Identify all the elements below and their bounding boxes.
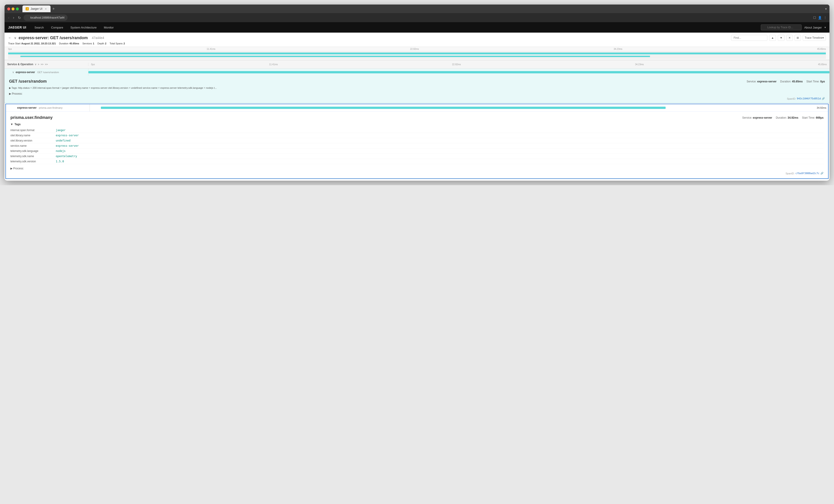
tab-bar: J Jaeger UI ✕ + [22,5,824,12]
minimize-button[interactable] [12,7,15,10]
span-1-service-name: express-server [16,71,35,74]
tag-row-4: telemetry.sdk.language nodejs [10,148,824,154]
menu-icon[interactable]: ⋮ [824,16,827,20]
span-2-detail-title: prisma.user.findmany [10,115,52,120]
collapse-icon[interactable]: ∨ [14,36,16,40]
span-1-start-meta: Start Time: 0μs [806,80,825,83]
span-1-detail-header: GET /users/random Service: express-serve… [9,79,825,84]
tab-close-button[interactable]: ✕ [44,7,47,10]
sort-asc-icon[interactable]: ∨ [35,63,37,66]
profile-icon[interactable]: 👤 [818,16,822,20]
tag-value-1: express-server [56,134,79,137]
span-1-link-icon[interactable]: 🔗 [822,97,825,100]
window-controls: ▾ [825,7,827,10]
tag-key-1: otel.library.name [10,134,56,137]
span-2-service-meta: Service: express-server [742,116,772,119]
back-button[interactable]: ← [8,36,12,40]
span-2-start-val: 669μs [816,116,824,119]
next-find-button[interactable]: ▼ [778,35,785,41]
reload-button[interactable]: ↻ [17,15,22,20]
timeline-mark-2: 22.82ms [452,63,461,66]
sort-desc-icon[interactable]: > [38,63,39,66]
lookup-input[interactable] [761,24,802,30]
nav-system-architecture[interactable]: System Architecture [67,22,101,32]
tag-row-0: internal.span.format jaeger [10,128,824,133]
service-col-label: Service & Operation [7,63,33,66]
span-1-detail-title: GET /users/random [9,79,47,84]
timeline-bar-container [8,51,826,59]
collapse-all-icon[interactable]: >> [45,63,48,66]
clear-find-button[interactable]: ✕ [786,35,793,41]
timeline-main-bar [8,52,826,54]
expand-all-icon[interactable]: >> [41,63,44,66]
tag-key-2: otel.library.version [10,139,56,142]
span-2-start-meta: Start Time: 669μs [802,116,824,119]
span-1-timeline-cell [88,69,830,76]
tag-value-4: nodejs [56,150,66,153]
traffic-lights [7,7,19,10]
grid-button[interactable]: ⊞ [794,35,801,41]
maximize-button[interactable] [16,7,19,10]
trace-timeline-button[interactable]: Trace Timeline ▾ [803,35,826,41]
about-jaeger-link[interactable]: About Jaeger [804,26,822,29]
tag-value-5: opentelemetry [56,155,77,158]
address-input[interactable] [24,15,68,21]
tag-value-3: express-server [56,144,79,147]
span-1-service-val: express-server [757,80,776,83]
back-nav-button[interactable]: ‹ [7,15,10,20]
timeline-col-header: 0μs 11.41ms 22.82ms 34.23ms 45.65ms [88,63,830,66]
tags-collapse-icon: ▼ [10,123,13,126]
span-2-timeline-cell: 34.92ms [90,104,828,111]
ruler-mark-0: 0μs [8,48,12,50]
trace-header-right: ▲ ▼ ✕ ⊞ Trace Timeline ▾ [731,35,826,41]
ruler-mark-2: 22.82ms [410,48,419,50]
span-1-duration-val: 45.65ms [792,80,803,83]
trace-services-value: 1 [93,42,94,45]
timeline-mark-1: 11.41ms [269,63,278,66]
nav-search[interactable]: Search [31,22,47,32]
span-2-service-cell: express-server prisma.user.findmany [6,104,90,111]
prev-find-button[interactable]: ▲ [769,35,776,41]
span-1-id-value: 943c1046f75d951d [797,97,821,100]
bookmark-icon[interactable]: ☐ [813,16,816,20]
nav-compare[interactable]: Compare [47,22,67,32]
tag-row-5: telemetry.sdk.name opentelemetry [10,154,824,159]
span-2-id-label: SpanID: [786,172,794,175]
nav-right: 🔍 About Jaeger ▾ [761,24,826,30]
span-2-service-name: express-server [17,106,37,109]
span-row-2-header[interactable]: express-server prisma.user.findmany 34.9… [6,104,828,111]
spans-header: Service & Operation ∨ > >> >> 0μs 11.41m… [4,60,830,69]
span-2-process[interactable]: ▶ Process: [10,167,824,170]
span-2-id-row: SpanID: cfba9f3088ad2c7c 🔗 [10,172,824,175]
tag-row-1: otel.library.name express-server [10,133,824,138]
tag-key-6: telemetry.sdk.version [10,160,56,163]
forward-nav-button[interactable]: › [12,15,15,20]
span-row-1-header[interactable]: ∨ express-server GET /users/random [4,69,830,76]
span-1-start-val: 0μs [820,80,825,83]
span-1-id-label: SpanID: [787,97,796,100]
close-button[interactable] [7,7,10,10]
span-1-process[interactable]: ▶ Process: [9,92,825,95]
find-input[interactable] [731,35,767,41]
trace-timeline-chevron-icon: ▾ [822,36,824,39]
ruler-mark-3: 34.23ms [614,48,622,50]
span-1-id-row: SpanID: 943c1046f75d951d 🔗 [9,97,825,100]
span-1-toggle[interactable]: ∨ [12,71,14,74]
span-2-tags-header[interactable]: ▼ Tags [10,123,824,126]
active-tab[interactable]: J Jaeger UI ✕ [22,5,50,12]
nav-monitor[interactable]: Monitor [100,22,117,32]
new-tab-button[interactable]: + [51,6,56,11]
span-row-1: ∨ express-server GET /users/random GET /… [4,69,830,103]
tab-title: Jaeger UI [30,7,42,10]
span-2-detail-header: prisma.user.findmany Service: express-se… [10,115,824,120]
app-content: JAEGER UI Search Compare System Architec… [4,22,830,181]
timeline-ruler: 0μs 11.41ms 22.82ms 34.23ms 45.65ms [4,47,830,60]
span-row-2-container: express-server prisma.user.findmany 34.9… [5,104,829,179]
service-col-header: Service & Operation ∨ > >> >> [4,63,88,66]
span-2-link-icon[interactable]: 🔗 [820,172,824,175]
span-1-inline-tags[interactable]: ▶ Tags: http.status = 200 internal.span.… [9,87,825,89]
tag-value-0: jaeger [56,129,66,132]
tag-key-3: service.name [10,144,56,147]
span-2-duration-meta: Duration: 34.92ms [776,116,798,119]
trace-header: ← ∨ express-server: GET /users/random 47… [4,32,830,47]
